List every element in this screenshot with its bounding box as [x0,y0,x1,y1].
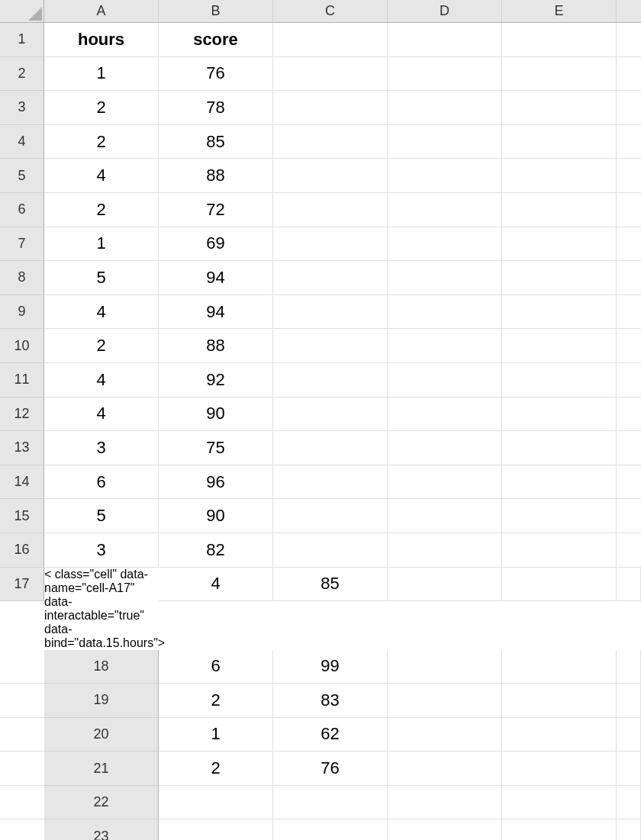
cell-D14[interactable] [388,465,502,500]
cell-D15[interactable] [388,499,502,533]
cell-B21[interactable]: 76 [273,751,388,786]
column-header-D[interactable]: D [388,0,502,23]
cell-C23[interactable] [388,819,502,840]
cell-E5[interactable] [502,159,617,193]
cell-A9[interactable]: 4 [44,295,159,330]
column-header-C[interactable]: C [273,0,388,23]
cell-E3[interactable] [502,91,617,125]
cell-A12[interactable]: 4 [44,397,159,432]
cell-A18[interactable]: 6 [159,650,273,684]
cell-B6[interactable]: 72 [159,193,273,227]
row-header-8[interactable]: 8 [0,261,44,295]
row-header-13[interactable]: 13 [0,431,44,465]
row-header-10[interactable]: 10 [0,329,44,363]
cell-E13[interactable] [502,431,617,465]
cell-C7[interactable] [273,227,388,262]
cell-A19[interactable]: 2 [159,684,273,718]
cell-D10[interactable] [388,329,502,363]
row-header-23[interactable]: 23 [44,819,159,840]
cell-B22[interactable] [273,786,388,820]
cell-D19[interactable] [502,684,617,718]
cell-B8[interactable]: 94 [159,261,273,295]
cell-A1[interactable]: hours [44,23,159,57]
row-header-2[interactable]: 2 [0,57,44,92]
row-header-17[interactable]: 17 [0,568,44,602]
cell-D21[interactable] [502,751,617,786]
cell-A2[interactable]: 1 [44,57,159,92]
cell-C4[interactable] [273,125,388,159]
cell-C21[interactable] [388,751,502,786]
cell-E10[interactable] [502,329,617,363]
cell-D4[interactable] [388,125,502,159]
cell-A21[interactable]: 2 [159,751,273,786]
row-header-12[interactable]: 12 [0,397,44,432]
cell-B20[interactable]: 62 [273,718,388,752]
cell-E17[interactable] [617,568,641,602]
cell-B7[interactable]: 69 [159,227,273,262]
cell-B2[interactable]: 76 [159,57,273,92]
column-header-A[interactable]: A [44,0,159,23]
row-header-20[interactable]: 20 [44,718,159,752]
cell-E12[interactable] [502,397,617,432]
row-header-9[interactable]: 9 [0,295,44,330]
cell-B19[interactable]: 83 [273,684,388,718]
cell-C18[interactable] [388,650,502,684]
cell-D6[interactable] [388,193,502,227]
row-header-22[interactable]: 22 [44,786,159,820]
cell-E19[interactable] [617,684,641,718]
row-header-6[interactable]: 6 [0,193,44,227]
cell-E23[interactable] [617,819,641,840]
cell-E18[interactable] [617,650,641,684]
cell-D1[interactable] [388,23,502,57]
cell-B3[interactable]: 78 [159,91,273,125]
cell-A4[interactable]: 2 [44,125,159,159]
cell-E8[interactable] [502,261,617,295]
cell-A22[interactable] [159,786,273,820]
cell-B15[interactable]: 90 [159,499,273,533]
cell-B13[interactable]: 75 [159,431,273,465]
cell-D17[interactable] [502,568,617,602]
cell-B17[interactable]: 85 [273,568,388,602]
row-header-3[interactable]: 3 [0,91,44,125]
cell-D3[interactable] [388,91,502,125]
cell-C1[interactable] [273,23,388,57]
cell-B11[interactable]: 92 [159,363,273,397]
cell-B1[interactable]: score [159,23,273,57]
cell-C3[interactable] [273,91,388,125]
column-header-B[interactable]: B [159,0,273,23]
cell-B14[interactable]: 96 [159,465,273,500]
cell-B18[interactable]: 99 [273,650,388,684]
row-header-5[interactable]: 5 [0,159,44,193]
cell-A15[interactable]: 5 [44,499,159,533]
cell-A13[interactable]: 3 [44,431,159,465]
cell-D8[interactable] [388,261,502,295]
cell-B16[interactable]: 82 [159,533,273,568]
row-header-7[interactable]: 7 [0,227,44,262]
column-header-E[interactable]: E [502,0,617,23]
cell-C10[interactable] [273,329,388,363]
cell-A14[interactable]: 6 [44,465,159,500]
cell-A5[interactable]: 4 [44,159,159,193]
cell-C15[interactable] [273,499,388,533]
cell-E9[interactable] [502,295,617,330]
cell-A23[interactable] [159,819,273,840]
cell-B5[interactable]: 88 [159,159,273,193]
cell-D13[interactable] [388,431,502,465]
cell-C22[interactable] [388,786,502,820]
cell-C16[interactable] [273,533,388,568]
row-header-18[interactable]: 18 [44,650,159,684]
cell-D12[interactable] [388,397,502,432]
cell-E7[interactable] [502,227,617,262]
cell-D9[interactable] [388,295,502,330]
cell-C11[interactable] [273,363,388,397]
cell-D16[interactable] [388,533,502,568]
cell-A17[interactable]: 4 [159,568,273,602]
cell-A20[interactable]: 1 [159,718,273,752]
cell-E2[interactable] [502,57,617,92]
cell-C14[interactable] [273,465,388,500]
cell-E4[interactable] [502,125,617,159]
cell-C20[interactable] [388,718,502,752]
cell-B23[interactable] [273,819,388,840]
cell-C6[interactable] [273,193,388,227]
cell-A10[interactable]: 2 [44,329,159,363]
